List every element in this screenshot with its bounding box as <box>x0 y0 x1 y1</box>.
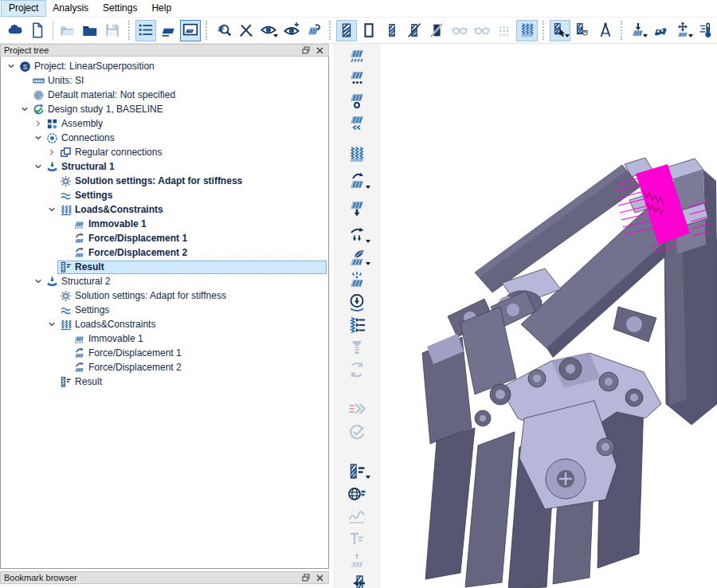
tree-row[interactable]: Solution settings: Adapt for stiffness <box>1 288 328 303</box>
tree-row[interactable]: Default material: Not specified <box>1 88 328 102</box>
stripes-small-button[interactable] <box>382 20 402 41</box>
tree-node-structural[interactable]: Structural 1 <box>44 160 118 174</box>
dropdown-caret-icon[interactable] <box>273 34 278 40</box>
tree-node-force[interactable]: Force/Displacement 2 <box>71 246 190 260</box>
tree-node-force[interactable]: Force/Displacement 2 <box>71 361 185 374</box>
tree-node-assembly[interactable]: Assembly <box>44 117 106 131</box>
stripes-slash-button[interactable] <box>404 20 425 41</box>
save-button[interactable] <box>102 20 123 41</box>
tree-node-settings-wave[interactable]: Settings <box>57 304 112 317</box>
toolbar-drag-handle[interactable] <box>206 21 208 40</box>
load-down-button[interactable] <box>628 20 648 41</box>
tree-node-settings-wave[interactable]: Settings <box>57 189 116 202</box>
rect-outline-button[interactable] <box>358 20 379 41</box>
dropdown-caret-icon[interactable] <box>366 476 370 481</box>
force-displacement-button[interactable] <box>343 171 370 192</box>
tree-node-gear[interactable]: Solution settings: Adapt for stiffness <box>57 289 229 303</box>
tree-node-force[interactable]: Force/Displacement 1 <box>71 347 185 360</box>
feather-load-button[interactable] <box>343 248 370 269</box>
eye-button[interactable] <box>258 20 279 41</box>
tree-node-material[interactable]: Default material: Not specified <box>30 88 178 102</box>
tree-row[interactable]: Assembly <box>1 116 328 131</box>
tree-row[interactable]: Result <box>1 374 328 389</box>
close-panel-icon[interactable] <box>314 573 325 582</box>
tree-node-loads[interactable]: Loads&Constraints <box>57 203 167 217</box>
dropdown-caret-icon[interactable] <box>366 240 370 245</box>
tree-row[interactable]: Connections <box>1 131 328 145</box>
toolbar-drag-handle[interactable] <box>329 21 331 40</box>
tree-row[interactable]: Settings <box>1 303 328 317</box>
tree-expander-open-icon[interactable] <box>45 319 57 330</box>
springs-button[interactable] <box>516 20 537 41</box>
tree-row[interactable]: Solution settings: Adapt for stiffness <box>1 174 328 188</box>
glasses-button[interactable] <box>449 20 470 41</box>
dropdown-caret-icon[interactable] <box>366 186 370 191</box>
hatch-slide-button[interactable] <box>343 112 370 133</box>
tree-node-loads[interactable]: Loads&Constraints <box>57 318 159 331</box>
open-folder-button[interactable] <box>57 20 78 41</box>
stripes-left-arrow-button[interactable] <box>343 573 370 588</box>
dropdown-caret-icon[interactable] <box>643 34 648 40</box>
stripes-hand-button[interactable] <box>572 20 593 41</box>
tree-node-design-study[interactable]: Design study 1, BASELINE <box>30 103 167 116</box>
tree-expander-open-icon[interactable] <box>18 104 30 115</box>
viewport-3d[interactable] <box>381 44 717 588</box>
tree-node-immovable[interactable]: Immovable 1 <box>71 218 150 231</box>
tree-node-regular-connections[interactable]: Regular connections <box>57 146 165 159</box>
tree-row[interactable]: Settings <box>1 188 328 202</box>
clip-x-button[interactable] <box>236 20 257 41</box>
tree-expander-closed-icon[interactable] <box>45 147 57 158</box>
grid-dots-button[interactable] <box>494 20 515 41</box>
tree-node-project[interactable]: SProject: LinearSuperposition <box>17 60 158 73</box>
tree-row[interactable]: Loads&Constraints <box>1 317 328 331</box>
immovable-ground-button[interactable] <box>343 45 370 66</box>
tree-expander-open-icon[interactable] <box>32 132 44 143</box>
remote-load-button[interactable] <box>343 225 370 246</box>
tree-node-immovable[interactable]: Immovable 1 <box>71 332 147 346</box>
eye-plus-button[interactable] <box>280 20 301 41</box>
tree-row[interactable]: Force/Displacement 2 <box>1 360 328 374</box>
tree-row[interactable]: Regular connections <box>1 145 328 159</box>
move-arrows-button[interactable] <box>672 20 693 41</box>
thermometer-button[interactable] <box>695 20 716 41</box>
toolbar-drag-handle[interactable] <box>543 21 545 40</box>
tree-node-force[interactable]: Force/Displacement 1 <box>71 232 190 245</box>
menu-item-analysis[interactable]: Analysis <box>45 1 96 16</box>
tree-node-result[interactable]: Result <box>57 375 105 389</box>
result-legend-button[interactable] <box>343 461 370 482</box>
tree-row[interactable]: Force/Displacement 1 <box>1 231 328 245</box>
tree-row[interactable]: SProject: LinearSuperposition <box>1 59 328 73</box>
tree-row[interactable]: Loads&Constraints <box>1 202 328 217</box>
toolbar-drag-handle[interactable] <box>621 21 623 40</box>
tree-row[interactable]: Structural 2 <box>1 274 328 288</box>
gravity-button[interactable] <box>343 292 370 313</box>
pressure-flag-button[interactable] <box>650 20 671 41</box>
dropdown-caret-icon[interactable] <box>688 34 693 40</box>
rect-slash-button[interactable] <box>426 20 447 41</box>
tree-node-result[interactable]: Result <box>57 261 327 274</box>
viewport-view-button[interactable] <box>180 20 201 41</box>
tree-row[interactable]: Result <box>1 260 328 274</box>
springs-button[interactable] <box>343 144 370 165</box>
tree-expander-closed-icon[interactable] <box>32 118 44 129</box>
tree-expander-open-icon[interactable] <box>32 276 44 287</box>
tree-node-units[interactable]: Units: SI <box>30 74 87 88</box>
tree-row[interactable]: Force/Displacement 2 <box>1 245 328 260</box>
tree-expander-open-icon[interactable] <box>45 204 57 215</box>
tree-node-gear[interactable]: Solution settings: Adapt for stiffness <box>57 174 245 188</box>
hatch-rotate-button[interactable] <box>304 20 324 41</box>
hatch-dots-button[interactable] <box>343 68 370 88</box>
tree-row[interactable]: Force/Displacement 1 <box>1 346 328 360</box>
menu-item-project[interactable]: Project <box>2 1 45 16</box>
tree-row[interactable]: Design study 1, BASELINE <box>1 102 328 116</box>
stripes-button[interactable] <box>336 20 357 41</box>
toolbar-drag-handle[interactable] <box>128 21 131 40</box>
tree-row[interactable]: Immovable 1 <box>1 217 328 231</box>
tree-node-structural[interactable]: Structural 2 <box>44 275 113 288</box>
tree-expander-open-icon[interactable] <box>5 61 17 72</box>
close-panel-icon[interactable] <box>314 45 325 55</box>
globe-lines-button[interactable] <box>343 484 370 504</box>
spring-arrows-button[interactable] <box>343 315 370 335</box>
folder-button[interactable] <box>80 20 100 41</box>
tree-expander-open-icon[interactable] <box>32 161 44 172</box>
